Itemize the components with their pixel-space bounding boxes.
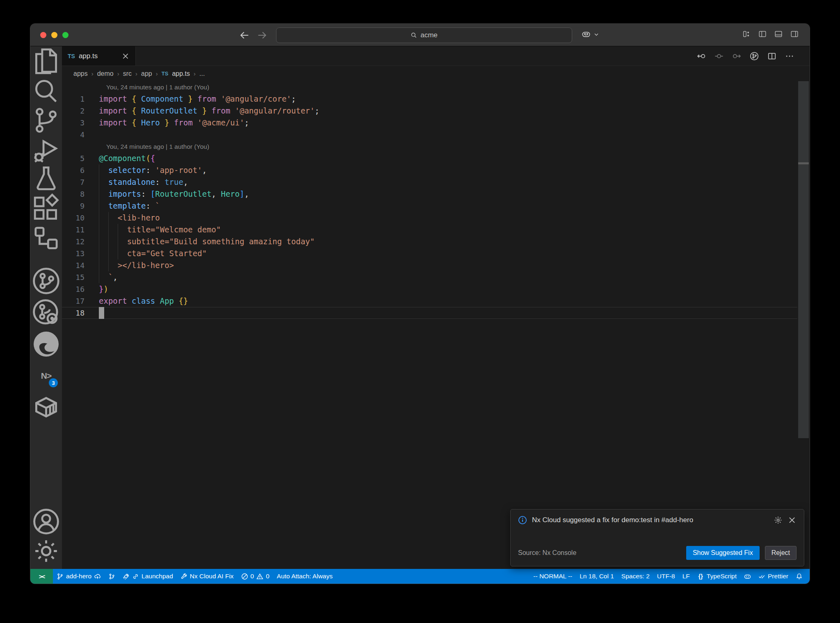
navigate-back-icon[interactable] — [239, 30, 250, 41]
prev-change-icon[interactable] — [697, 52, 706, 61]
code-text: import { Component } from '@angular/core… — [99, 93, 296, 105]
status-item-indentation[interactable]: Spaces: 2 — [618, 569, 653, 584]
line-number: 2 — [62, 105, 84, 117]
status-item-nx-cloud-ai-fix[interactable]: Nx Cloud AI Fix — [177, 569, 237, 584]
next-change-icon[interactable] — [732, 52, 741, 61]
code-text: import { RouterOutlet } from '@angular/r… — [99, 105, 320, 117]
code-token: } — [183, 296, 188, 305]
activity-item-containers[interactable] — [30, 391, 62, 423]
current-change-icon[interactable] — [714, 52, 724, 61]
activity-item-run-debug[interactable] — [30, 135, 62, 164]
toggle-primary-sidebar-icon[interactable] — [758, 30, 767, 39]
notification-settings-icon[interactable] — [774, 516, 783, 525]
code-token: selector — [108, 166, 146, 175]
activity-item-explorer[interactable] — [30, 46, 62, 76]
notification-close-icon[interactable] — [788, 516, 797, 525]
more-actions-icon[interactable] — [785, 52, 794, 61]
code-text: ></lib-hero> — [99, 259, 174, 271]
bell-icon — [796, 573, 803, 580]
code-token: from — [193, 94, 221, 103]
activity-item-testing[interactable] — [30, 164, 62, 194]
activity-item-extensions[interactable] — [30, 194, 62, 223]
status-item-cursor-position[interactable]: Ln 18, Col 1 — [576, 569, 618, 584]
status-item-launchpad[interactable]: Launchpad — [119, 569, 177, 584]
breadcrumb-item[interactable]: app — [141, 70, 152, 77]
code-row: 2import { RouterOutlet } from '@angular/… — [62, 105, 797, 117]
code-editor[interactable]: You, 24 minutes ago | 1 author (You)1imp… — [62, 81, 810, 569]
activity-item-hierarchy[interactable] — [30, 223, 62, 253]
status-left: add-heroLaunchpadNx Cloud AI Fix00Auto A… — [53, 569, 336, 584]
edge-icon — [30, 328, 62, 360]
extensions-icon — [30, 193, 62, 225]
status-item-eol[interactable]: LF — [679, 569, 694, 584]
activity-item-source-control[interactable] — [30, 105, 62, 135]
notification-title: Nx Cloud suggested a fix for demo:test i… — [532, 516, 769, 524]
breadcrumb-item[interactable]: apps — [73, 70, 88, 77]
customize-layout-icon[interactable] — [742, 30, 751, 39]
commit-graph-icon — [108, 573, 115, 580]
code-token: import — [99, 106, 132, 115]
tab-app-ts[interactable]: TS app.ts — [62, 46, 136, 66]
line-number: 4 — [62, 129, 84, 141]
error-circle-icon — [241, 573, 248, 580]
tab-close-icon[interactable] — [121, 52, 130, 60]
activity-item-edge-browser[interactable] — [30, 328, 62, 360]
status-item-formatter[interactable]: Prettier — [755, 569, 792, 584]
show-suggested-fix-button[interactable]: Show Suggested Fix — [686, 546, 760, 560]
code-token: { — [132, 118, 141, 127]
copilot-menu[interactable] — [581, 29, 599, 40]
activity-item-settings[interactable] — [30, 536, 62, 566]
code-token: [ — [151, 189, 155, 198]
status-item-label: Launchpad — [142, 573, 173, 580]
zoom-window-button[interactable] — [62, 32, 68, 38]
breadcrumb-item[interactable]: src — [123, 70, 132, 77]
command-center-search[interactable]: acme — [276, 27, 572, 43]
reject-button[interactable]: Reject — [765, 546, 797, 560]
minimize-window-button[interactable] — [51, 32, 57, 38]
cloud-upload-icon — [94, 573, 101, 580]
files-icon — [30, 45, 62, 77]
code-row: 5@Component({ — [62, 152, 797, 164]
remote-indicator[interactable]: >< — [30, 569, 53, 584]
line-number: 18 — [62, 307, 84, 319]
status-item-branch[interactable]: add-hero — [53, 569, 105, 584]
navigate-forward-icon[interactable] — [256, 30, 268, 41]
notification-source: Source: Nx Console — [518, 549, 686, 557]
breadcrumb-overflow[interactable]: ... — [199, 70, 205, 77]
gitlens-graph-icon[interactable] — [750, 52, 759, 61]
link-icon — [132, 573, 139, 580]
status-item-vim-mode[interactable]: -- NORMAL -- — [530, 569, 576, 584]
toggle-panel-icon[interactable] — [774, 30, 783, 39]
status-item-copilot[interactable] — [740, 569, 755, 584]
status-item-label: Prettier — [768, 573, 788, 580]
status-item-problems[interactable]: 00 — [237, 569, 273, 584]
status-item-notifications[interactable] — [792, 569, 806, 584]
status-item-encoding[interactable]: UTF-8 — [653, 569, 679, 584]
activity-item-accounts[interactable] — [30, 507, 62, 536]
code-row: 13 cta="Get Started" — [62, 248, 797, 259]
close-window-button[interactable] — [40, 32, 46, 38]
activity-item-gitlens-search[interactable] — [30, 297, 62, 328]
scrollbar-thumb[interactable] — [798, 81, 809, 438]
activity-item-search[interactable] — [30, 76, 62, 105]
search-value: acme — [420, 31, 438, 39]
activity-item-nx-console[interactable]: N>3 — [30, 360, 62, 391]
code-token: '@acme/ui' — [197, 118, 244, 127]
status-item-auto-attach[interactable]: Auto Attach: Always — [273, 569, 336, 584]
status-item-commit-graph[interactable] — [105, 569, 119, 584]
tab-label: app.ts — [79, 52, 118, 60]
breadcrumb-separator: › — [156, 70, 158, 77]
status-item-language[interactable]: {}TypeScript — [694, 569, 740, 584]
code-token: cta="Get Started" — [99, 249, 207, 258]
breadcrumb-item[interactable]: demo — [97, 70, 114, 77]
toggle-secondary-sidebar-icon[interactable] — [790, 30, 799, 39]
code-row: 6 selector: 'app-root', — [62, 164, 797, 176]
split-editor-icon[interactable] — [767, 52, 776, 61]
activity-item-gitlens[interactable] — [30, 265, 62, 297]
code-token: { — [132, 94, 141, 103]
code-token: from — [207, 106, 235, 115]
breadcrumb-file[interactable]: app.ts — [172, 70, 190, 77]
line-number: 1 — [62, 93, 84, 105]
scrollbar-decoration — [798, 162, 809, 164]
code-text: `, — [99, 271, 118, 283]
